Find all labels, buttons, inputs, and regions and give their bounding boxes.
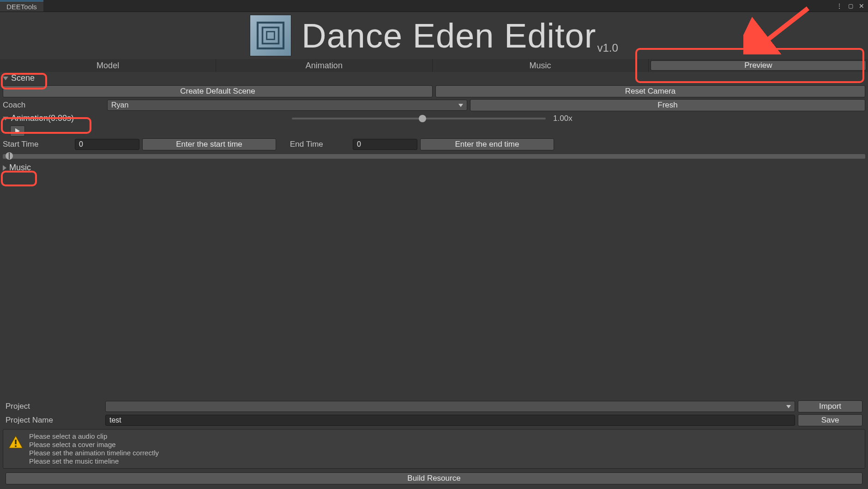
window-tab-label: DEETools (6, 3, 37, 11)
start-time-label: Start Time (3, 140, 72, 149)
chevron-down-icon (458, 104, 463, 107)
chevron-right-icon (3, 165, 6, 171)
build-resource-button[interactable]: Build Resource (6, 472, 862, 484)
scene-buttons-row: Create Default Scene Reset Camera (0, 84, 868, 98)
save-button-label: Save (821, 416, 839, 425)
svg-rect-0 (258, 23, 283, 48)
speed-slider[interactable] (292, 113, 546, 124)
tab-music-label: Music (530, 61, 551, 71)
svg-line-5 (762, 8, 808, 44)
tab-preview-label: Preview (744, 61, 772, 70)
fresh-button-label: Fresh (657, 101, 677, 110)
start-time-value: 0 (79, 140, 83, 149)
tab-music[interactable]: Music (433, 59, 649, 72)
menu-dots-icon[interactable]: ⋮ (835, 2, 844, 10)
reset-camera-label: Reset Camera (625, 87, 676, 96)
project-name-row: Project Name test Save (3, 413, 865, 427)
music-foldout[interactable]: Music (0, 161, 868, 174)
warning-line: Please select a audio clip (29, 432, 159, 441)
app-logo (250, 15, 291, 56)
tab-model-label: Model (96, 61, 119, 71)
speed-value-label: 1.00x (549, 114, 585, 123)
warning-line: Please set the music timeline (29, 457, 159, 465)
bottom-panel: Project Import Project Name test Save Pl… (0, 398, 868, 489)
tab-preview[interactable]: Preview (649, 59, 868, 72)
svg-rect-4 (15, 446, 16, 447)
chevron-down-icon (3, 117, 8, 120)
build-resource-label: Build Resource (407, 474, 460, 483)
timeline-thumb[interactable] (6, 152, 13, 160)
tab-animation-label: Animation (306, 61, 343, 71)
enter-end-time-label: Enter the end time (455, 140, 519, 149)
annotation-arrow-icon (743, 4, 813, 54)
project-name-field[interactable]: test (105, 415, 795, 426)
tab-model[interactable]: Model (0, 59, 216, 72)
chevron-down-icon (3, 77, 8, 80)
save-button[interactable]: Save (798, 414, 862, 426)
svg-rect-2 (267, 32, 275, 40)
square-icon[interactable]: ▢ (847, 3, 854, 9)
window-controls: ⋮ ▢ ✕ (835, 2, 868, 10)
reset-camera-button[interactable]: Reset Camera (435, 85, 865, 97)
warning-line: Please select a cover image (29, 441, 159, 449)
app-title: Dance Eden Editor (301, 16, 596, 55)
project-label: Project (6, 402, 102, 411)
build-row: Build Resource (3, 471, 865, 485)
play-button[interactable] (10, 125, 25, 137)
fresh-button[interactable]: Fresh (470, 99, 865, 111)
enter-start-time-label: Enter the start time (176, 140, 242, 149)
import-button[interactable]: Import (798, 400, 862, 412)
scene-foldout[interactable]: Scene (0, 72, 868, 84)
coach-dropdown[interactable]: Ryan (107, 100, 467, 111)
coach-label: Coach (3, 101, 104, 110)
window-bar: DEETools ⋮ ▢ ✕ (0, 0, 868, 12)
play-row (0, 125, 868, 137)
header: Dance Eden Editor v1.0 (0, 12, 868, 59)
end-time-label: End Time (290, 140, 350, 149)
music-foldout-label: Music (9, 163, 31, 173)
animation-header-row: Animation(0.00s) 1.00x (0, 112, 868, 125)
project-row: Project Import (3, 400, 865, 413)
project-name-label: Project Name (6, 416, 102, 425)
enter-end-time-button[interactable]: Enter the end time (420, 138, 554, 150)
import-button-label: Import (819, 402, 841, 411)
time-row: Start Time 0 Enter the start time End Ti… (0, 137, 868, 151)
create-default-scene-label: Create Default Scene (180, 87, 255, 96)
create-default-scene-button[interactable]: Create Default Scene (3, 85, 433, 97)
play-icon (15, 128, 20, 134)
coach-dropdown-value: Ryan (111, 101, 128, 109)
warning-lines: Please select a audio clip Please select… (29, 432, 159, 465)
warning-box: Please select a audio clip Please select… (3, 429, 865, 469)
app-version: v1.0 (597, 42, 618, 59)
project-name-value: test (109, 416, 121, 424)
start-time-field[interactable]: 0 (75, 139, 139, 150)
svg-rect-3 (15, 440, 16, 444)
animation-foldout-label: Animation(0.00s) (11, 113, 74, 123)
end-time-field[interactable]: 0 (353, 139, 417, 150)
slider-thumb[interactable] (419, 115, 426, 122)
project-dropdown[interactable] (105, 401, 795, 412)
end-time-value: 0 (357, 140, 361, 149)
window-tab[interactable]: DEETools (0, 0, 43, 12)
svg-rect-1 (263, 28, 279, 44)
tab-animation[interactable]: Animation (216, 59, 432, 72)
scene-foldout-label: Scene (11, 73, 35, 83)
empty-area (0, 174, 868, 363)
warning-icon (8, 435, 24, 449)
warning-line: Please set the animation timeline correc… (29, 449, 159, 457)
timeline-slider[interactable] (3, 154, 865, 159)
close-icon[interactable]: ✕ (858, 2, 865, 10)
coach-row: Coach Ryan Fresh (0, 98, 868, 112)
chevron-down-icon (786, 405, 791, 408)
animation-foldout[interactable]: Animation(0.00s) (3, 112, 74, 125)
enter-start-time-button[interactable]: Enter the start time (142, 138, 276, 150)
main-tabs: Model Animation Music Preview (0, 59, 868, 72)
